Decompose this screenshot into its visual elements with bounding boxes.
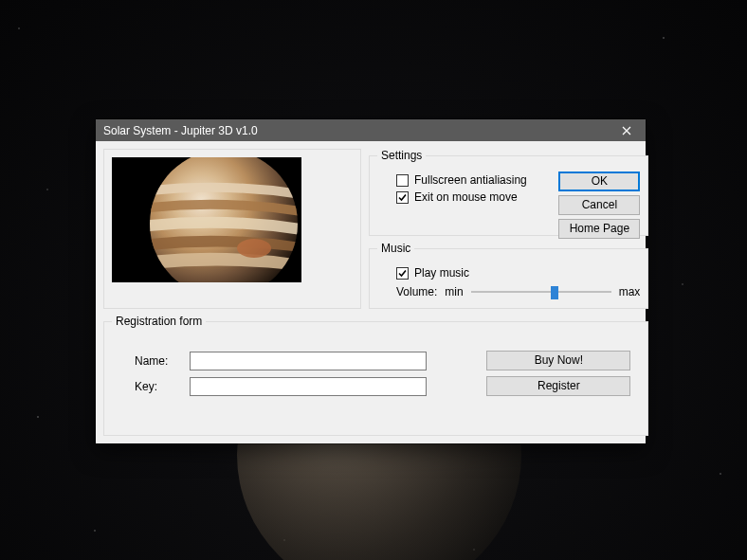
buy-now-button[interactable]: Buy Now!	[486, 351, 630, 370]
slider-track	[471, 291, 611, 293]
svg-point-3	[237, 239, 271, 258]
play-music-label: Play music	[414, 266, 469, 280]
close-icon	[622, 126, 631, 135]
settings-group: Settings Fullscreen antialiasing Exit on…	[369, 149, 648, 236]
registration-legend: Registration form	[112, 315, 206, 328]
dialog-button-stack: OK Cancel Home Page	[558, 172, 640, 239]
window-title: Solar System - Jupiter 3D v1.0	[103, 124, 608, 137]
music-legend: Music	[377, 242, 414, 255]
slider-thumb[interactable]	[551, 286, 558, 299]
name-label: Name:	[135, 354, 182, 368]
home-page-button[interactable]: Home Page	[558, 219, 640, 239]
key-input[interactable]	[190, 377, 427, 396]
preview-panel	[103, 149, 361, 309]
play-music-row[interactable]: Play music	[396, 266, 640, 280]
settings-legend: Settings	[377, 149, 426, 162]
exit-mouse-label: Exit on mouse move	[414, 190, 518, 204]
dialog-client: Settings Fullscreen antialiasing Exit on…	[96, 141, 646, 443]
volume-row: Volume: min max	[396, 285, 640, 298]
preview-image	[112, 157, 301, 282]
close-button[interactable]	[608, 119, 646, 141]
ok-button[interactable]: OK	[558, 172, 640, 191]
music-group: Music Play music Volume: min max	[369, 242, 648, 309]
registration-group: Registration form Name: Buy Now! Key: Re…	[103, 315, 648, 436]
titlebar[interactable]: Solar System - Jupiter 3D v1.0	[96, 119, 646, 141]
fullscreen-aa-checkbox[interactable]	[396, 174, 409, 187]
volume-slider[interactable]	[471, 285, 611, 298]
fullscreen-aa-label: Fullscreen antialiasing	[414, 173, 527, 187]
cancel-button[interactable]: Cancel	[558, 195, 640, 215]
exit-mouse-checkbox[interactable]	[396, 191, 409, 204]
name-input[interactable]	[190, 352, 427, 370]
volume-min-label: min	[445, 285, 463, 298]
register-button[interactable]: Register	[486, 376, 630, 396]
volume-max-label: max	[619, 285, 641, 298]
play-music-checkbox[interactable]	[396, 267, 409, 280]
volume-label: Volume:	[396, 285, 437, 298]
settings-dialog: Solar System - Jupiter 3D v1.0	[96, 119, 646, 443]
key-label: Key:	[135, 380, 182, 393]
